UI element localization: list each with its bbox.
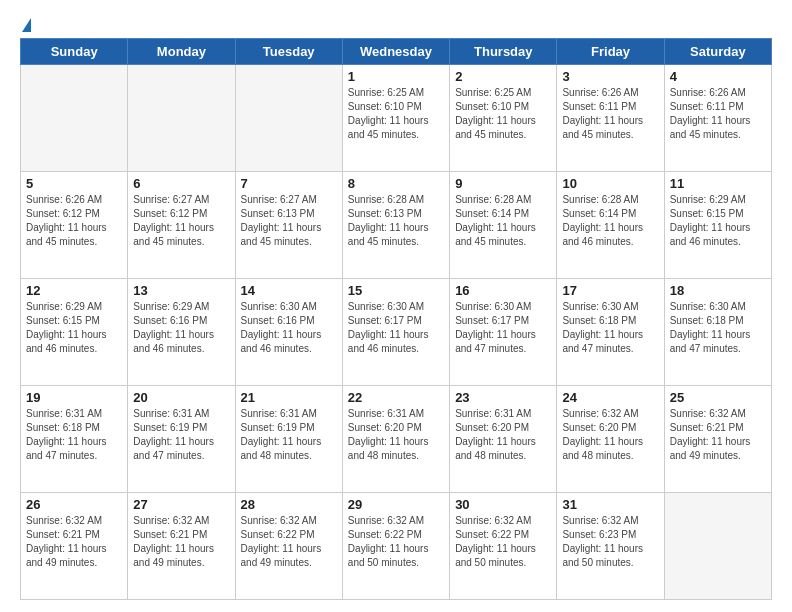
week-row-3: 19Sunrise: 6:31 AM Sunset: 6:18 PM Dayli… <box>21 386 772 493</box>
day-number: 16 <box>455 283 551 298</box>
day-info: Sunrise: 6:27 AM Sunset: 6:12 PM Dayligh… <box>133 193 229 249</box>
day-info: Sunrise: 6:32 AM Sunset: 6:22 PM Dayligh… <box>241 514 337 570</box>
weekday-header-thursday: Thursday <box>450 39 557 65</box>
day-info: Sunrise: 6:32 AM Sunset: 6:22 PM Dayligh… <box>455 514 551 570</box>
day-cell: 16Sunrise: 6:30 AM Sunset: 6:17 PM Dayli… <box>450 279 557 386</box>
day-info: Sunrise: 6:32 AM Sunset: 6:21 PM Dayligh… <box>133 514 229 570</box>
day-cell <box>128 65 235 172</box>
day-cell: 29Sunrise: 6:32 AM Sunset: 6:22 PM Dayli… <box>342 493 449 600</box>
calendar-table: SundayMondayTuesdayWednesdayThursdayFrid… <box>20 38 772 600</box>
day-number: 6 <box>133 176 229 191</box>
week-row-1: 5Sunrise: 6:26 AM Sunset: 6:12 PM Daylig… <box>21 172 772 279</box>
day-cell: 4Sunrise: 6:26 AM Sunset: 6:11 PM Daylig… <box>664 65 771 172</box>
day-info: Sunrise: 6:26 AM Sunset: 6:11 PM Dayligh… <box>562 86 658 142</box>
weekday-header-friday: Friday <box>557 39 664 65</box>
week-row-2: 12Sunrise: 6:29 AM Sunset: 6:15 PM Dayli… <box>21 279 772 386</box>
day-info: Sunrise: 6:31 AM Sunset: 6:19 PM Dayligh… <box>133 407 229 463</box>
day-info: Sunrise: 6:32 AM Sunset: 6:22 PM Dayligh… <box>348 514 444 570</box>
day-number: 11 <box>670 176 766 191</box>
header <box>20 18 772 28</box>
day-info: Sunrise: 6:30 AM Sunset: 6:17 PM Dayligh… <box>455 300 551 356</box>
day-number: 31 <box>562 497 658 512</box>
day-cell: 2Sunrise: 6:25 AM Sunset: 6:10 PM Daylig… <box>450 65 557 172</box>
day-cell: 27Sunrise: 6:32 AM Sunset: 6:21 PM Dayli… <box>128 493 235 600</box>
day-cell: 18Sunrise: 6:30 AM Sunset: 6:18 PM Dayli… <box>664 279 771 386</box>
day-number: 19 <box>26 390 122 405</box>
day-number: 4 <box>670 69 766 84</box>
day-number: 7 <box>241 176 337 191</box>
day-cell: 5Sunrise: 6:26 AM Sunset: 6:12 PM Daylig… <box>21 172 128 279</box>
day-cell: 30Sunrise: 6:32 AM Sunset: 6:22 PM Dayli… <box>450 493 557 600</box>
day-number: 12 <box>26 283 122 298</box>
day-cell: 14Sunrise: 6:30 AM Sunset: 6:16 PM Dayli… <box>235 279 342 386</box>
weekday-header-row: SundayMondayTuesdayWednesdayThursdayFrid… <box>21 39 772 65</box>
day-number: 3 <box>562 69 658 84</box>
logo <box>20 18 31 28</box>
day-cell: 21Sunrise: 6:31 AM Sunset: 6:19 PM Dayli… <box>235 386 342 493</box>
day-info: Sunrise: 6:30 AM Sunset: 6:17 PM Dayligh… <box>348 300 444 356</box>
day-info: Sunrise: 6:25 AM Sunset: 6:10 PM Dayligh… <box>348 86 444 142</box>
day-cell: 6Sunrise: 6:27 AM Sunset: 6:12 PM Daylig… <box>128 172 235 279</box>
day-cell: 24Sunrise: 6:32 AM Sunset: 6:20 PM Dayli… <box>557 386 664 493</box>
day-number: 28 <box>241 497 337 512</box>
day-info: Sunrise: 6:28 AM Sunset: 6:14 PM Dayligh… <box>455 193 551 249</box>
day-info: Sunrise: 6:28 AM Sunset: 6:14 PM Dayligh… <box>562 193 658 249</box>
day-number: 24 <box>562 390 658 405</box>
day-cell <box>235 65 342 172</box>
day-info: Sunrise: 6:32 AM Sunset: 6:23 PM Dayligh… <box>562 514 658 570</box>
day-cell: 7Sunrise: 6:27 AM Sunset: 6:13 PM Daylig… <box>235 172 342 279</box>
week-row-0: 1Sunrise: 6:25 AM Sunset: 6:10 PM Daylig… <box>21 65 772 172</box>
weekday-header-monday: Monday <box>128 39 235 65</box>
day-info: Sunrise: 6:25 AM Sunset: 6:10 PM Dayligh… <box>455 86 551 142</box>
day-number: 10 <box>562 176 658 191</box>
day-number: 17 <box>562 283 658 298</box>
day-cell: 23Sunrise: 6:31 AM Sunset: 6:20 PM Dayli… <box>450 386 557 493</box>
day-cell: 12Sunrise: 6:29 AM Sunset: 6:15 PM Dayli… <box>21 279 128 386</box>
day-cell: 19Sunrise: 6:31 AM Sunset: 6:18 PM Dayli… <box>21 386 128 493</box>
day-number: 21 <box>241 390 337 405</box>
day-cell: 10Sunrise: 6:28 AM Sunset: 6:14 PM Dayli… <box>557 172 664 279</box>
day-info: Sunrise: 6:27 AM Sunset: 6:13 PM Dayligh… <box>241 193 337 249</box>
day-number: 15 <box>348 283 444 298</box>
weekday-header-sunday: Sunday <box>21 39 128 65</box>
day-number: 23 <box>455 390 551 405</box>
day-cell: 9Sunrise: 6:28 AM Sunset: 6:14 PM Daylig… <box>450 172 557 279</box>
day-info: Sunrise: 6:31 AM Sunset: 6:20 PM Dayligh… <box>455 407 551 463</box>
day-info: Sunrise: 6:26 AM Sunset: 6:11 PM Dayligh… <box>670 86 766 142</box>
day-number: 5 <box>26 176 122 191</box>
day-info: Sunrise: 6:31 AM Sunset: 6:19 PM Dayligh… <box>241 407 337 463</box>
day-number: 8 <box>348 176 444 191</box>
day-cell: 22Sunrise: 6:31 AM Sunset: 6:20 PM Dayli… <box>342 386 449 493</box>
day-cell: 8Sunrise: 6:28 AM Sunset: 6:13 PM Daylig… <box>342 172 449 279</box>
day-info: Sunrise: 6:29 AM Sunset: 6:15 PM Dayligh… <box>670 193 766 249</box>
weekday-header-wednesday: Wednesday <box>342 39 449 65</box>
weekday-header-tuesday: Tuesday <box>235 39 342 65</box>
day-info: Sunrise: 6:32 AM Sunset: 6:20 PM Dayligh… <box>562 407 658 463</box>
day-info: Sunrise: 6:32 AM Sunset: 6:21 PM Dayligh… <box>670 407 766 463</box>
day-cell: 28Sunrise: 6:32 AM Sunset: 6:22 PM Dayli… <box>235 493 342 600</box>
day-info: Sunrise: 6:31 AM Sunset: 6:18 PM Dayligh… <box>26 407 122 463</box>
week-row-4: 26Sunrise: 6:32 AM Sunset: 6:21 PM Dayli… <box>21 493 772 600</box>
day-info: Sunrise: 6:29 AM Sunset: 6:16 PM Dayligh… <box>133 300 229 356</box>
day-info: Sunrise: 6:30 AM Sunset: 6:16 PM Dayligh… <box>241 300 337 356</box>
day-info: Sunrise: 6:28 AM Sunset: 6:13 PM Dayligh… <box>348 193 444 249</box>
logo-triangle-icon <box>22 18 31 32</box>
day-info: Sunrise: 6:32 AM Sunset: 6:21 PM Dayligh… <box>26 514 122 570</box>
day-info: Sunrise: 6:29 AM Sunset: 6:15 PM Dayligh… <box>26 300 122 356</box>
day-number: 9 <box>455 176 551 191</box>
day-number: 22 <box>348 390 444 405</box>
weekday-header-saturday: Saturday <box>664 39 771 65</box>
day-cell: 31Sunrise: 6:32 AM Sunset: 6:23 PM Dayli… <box>557 493 664 600</box>
page: SundayMondayTuesdayWednesdayThursdayFrid… <box>0 0 792 612</box>
day-cell: 17Sunrise: 6:30 AM Sunset: 6:18 PM Dayli… <box>557 279 664 386</box>
day-info: Sunrise: 6:26 AM Sunset: 6:12 PM Dayligh… <box>26 193 122 249</box>
day-number: 27 <box>133 497 229 512</box>
day-cell: 25Sunrise: 6:32 AM Sunset: 6:21 PM Dayli… <box>664 386 771 493</box>
day-cell: 3Sunrise: 6:26 AM Sunset: 6:11 PM Daylig… <box>557 65 664 172</box>
day-number: 26 <box>26 497 122 512</box>
day-info: Sunrise: 6:30 AM Sunset: 6:18 PM Dayligh… <box>562 300 658 356</box>
day-cell: 20Sunrise: 6:31 AM Sunset: 6:19 PM Dayli… <box>128 386 235 493</box>
day-cell: 15Sunrise: 6:30 AM Sunset: 6:17 PM Dayli… <box>342 279 449 386</box>
day-number: 30 <box>455 497 551 512</box>
day-info: Sunrise: 6:30 AM Sunset: 6:18 PM Dayligh… <box>670 300 766 356</box>
